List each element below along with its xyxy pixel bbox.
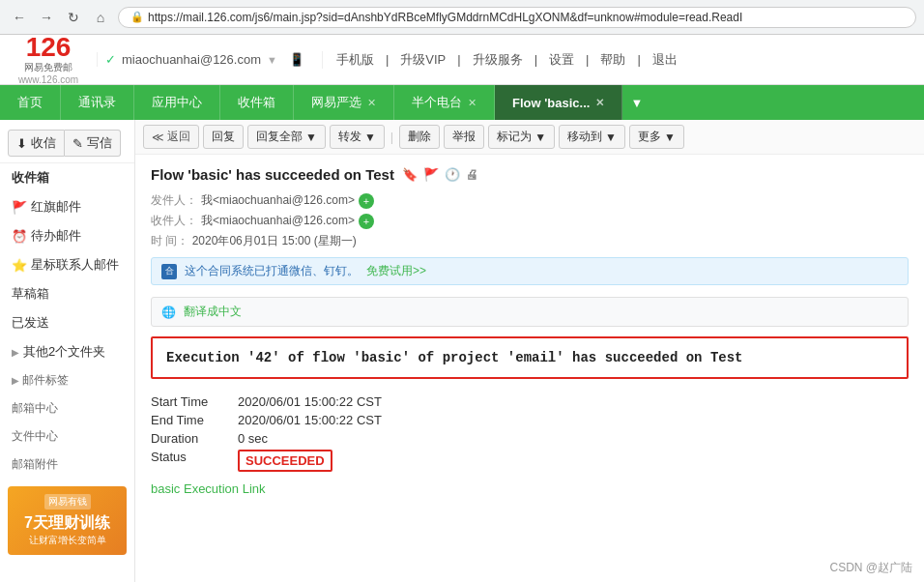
attachments-label: 邮箱附件 xyxy=(12,457,58,471)
ad-logo: 网易有钱 xyxy=(44,494,91,509)
subject-text: Flow 'basic' has succeeded on Test xyxy=(151,166,394,183)
sidebar-item-other-folders[interactable]: ▶ 其他2个文件夹 xyxy=(0,337,134,366)
mobile-link[interactable]: 手机版 xyxy=(331,51,380,69)
from-label: 发件人： xyxy=(151,192,197,209)
print-icon[interactable]: 🖨 xyxy=(466,167,478,182)
drafts-label: 草稿箱 xyxy=(12,285,49,303)
main-content: ≪ 返回 回复 回复全部 ▼ 转发 ▼ | 删除 举报 标记为 xyxy=(135,120,924,582)
status-row: Status SUCCEEDED xyxy=(151,450,909,472)
tab-contacts[interactable]: 通讯录 xyxy=(61,85,134,120)
expand-tags-icon: ▶ xyxy=(12,375,19,386)
email-to: 收件人： 我<miaochuanhai@126.com> + xyxy=(151,213,909,229)
reply-button[interactable]: 回复 xyxy=(203,125,244,149)
flag-icon: 🚩 xyxy=(12,200,27,215)
tab-inbox-label: 收件箱 xyxy=(238,94,275,111)
tab-app-center-label: 应用中心 xyxy=(152,94,202,111)
forward-button[interactable]: → xyxy=(35,6,58,29)
execution-message-box: Execution '42' of flow 'basic' of projec… xyxy=(151,336,909,379)
address-bar[interactable]: 🔒 https://mail.126.com/js6/main.jsp?sid=… xyxy=(118,7,916,28)
content-area: ⬇ 收信 ✎ 写信 收件箱 🚩 红旗邮件 ⏰ 待办邮件 ⭐ 星标联系人邮件 草稿… xyxy=(0,120,924,582)
start-time-row: Start Time 2020/06/01 15:00:22 CST xyxy=(151,394,909,409)
move-to-button[interactable]: 移动到 ▼ xyxy=(559,125,625,149)
sidebar-item-file-center[interactable]: 文件中心 xyxy=(0,422,134,451)
vip-link[interactable]: 升级VIP xyxy=(394,51,451,69)
forward-button[interactable]: 转发 ▼ xyxy=(330,125,385,149)
basic-execution-link[interactable]: basic Execution Link xyxy=(151,481,266,496)
try-free-link[interactable]: 免费试用>> xyxy=(366,263,426,279)
mark-as-button[interactable]: 标记为 ▼ xyxy=(488,125,555,149)
tab-home-label: 首页 xyxy=(17,94,43,111)
email-view: Flow 'basic' has succeeded on Test 🔖 🚩 🕐… xyxy=(135,155,924,582)
logout-link[interactable]: 退出 xyxy=(647,51,683,69)
tab-flow-basic[interactable]: Flow 'basic... ✕ xyxy=(495,85,622,120)
contract-text: 这个合同系统已打通微信、钉钉。 xyxy=(185,263,359,279)
help-link[interactable]: 帮助 xyxy=(594,51,631,69)
tab-contacts-label: 通讯录 xyxy=(78,94,116,111)
back-to-list-button[interactable]: ≪ 返回 xyxy=(143,125,199,149)
sidebar-item-attachments[interactable]: 邮箱附件 xyxy=(0,451,134,479)
tab-home[interactable]: 首页 xyxy=(0,85,61,120)
tags-label: 邮件标签 xyxy=(22,373,69,387)
home-button[interactable]: ⌂ xyxy=(89,6,112,29)
from-email: 我<miaochuanhai@126.com> xyxy=(201,192,355,209)
email-toolbar: ≪ 返回 回复 回复全部 ▼ 转发 ▼ | 删除 举报 标记为 xyxy=(135,120,924,155)
email-time: 时 间： 2020年06月01日 15:00 (星期一) xyxy=(151,233,909,249)
end-time-value: 2020/06/01 15:00:22 CST xyxy=(238,413,382,427)
logo-126: 126 xyxy=(26,34,72,61)
tab-netease-select[interactable]: 网易严选 ✕ xyxy=(294,85,394,120)
tab-app-center[interactable]: 应用中心 xyxy=(134,85,220,120)
watermark-text: CSDN @赵广陆 xyxy=(829,561,912,574)
phone-icon: 📱 xyxy=(289,52,304,67)
to-email: 我<miaochuanhai@126.com> xyxy=(201,213,355,229)
clock-icon: ⏰ xyxy=(12,229,27,244)
sidebar-item-inbox[interactable]: 收件箱 xyxy=(0,163,134,192)
duration-label: Duration xyxy=(151,431,238,446)
sidebar-item-flagged[interactable]: 🚩 红旗邮件 xyxy=(0,192,134,221)
user-info: ✓ miaochuanhai@126.com ▼ 📱 xyxy=(97,52,312,67)
upgrade-link[interactable]: 升级服务 xyxy=(467,51,529,69)
file-center-label: 文件中心 xyxy=(12,429,58,443)
sidebar-item-drafts[interactable]: 草稿箱 xyxy=(0,279,134,308)
back-button[interactable]: ← xyxy=(8,6,31,29)
back-arrow-icon: ≪ xyxy=(152,131,164,144)
sidebar-item-mailbox-center[interactable]: 邮箱中心 xyxy=(0,394,134,422)
reply-all-button[interactable]: 回复全部 ▼ xyxy=(247,125,326,149)
sidebar-item-pending[interactable]: ⏰ 待办邮件 xyxy=(0,221,134,250)
add-from-contact-button[interactable]: + xyxy=(359,193,374,209)
bookmark-icon[interactable]: 🔖 xyxy=(402,167,418,182)
delete-button[interactable]: 删除 xyxy=(399,125,440,149)
logo-domain: www.126.com xyxy=(18,74,78,85)
browser-navigation: ← → ↻ ⌂ xyxy=(8,6,112,29)
sidebar-item-sent[interactable]: 已发送 xyxy=(0,308,134,337)
translate-link[interactable]: 翻译成中文 xyxy=(184,304,242,320)
write-button[interactable]: ✎ 写信 xyxy=(65,130,121,157)
info-table: Start Time 2020/06/01 15:00:22 CST End T… xyxy=(151,394,909,472)
other-folders-label: 其他2个文件夹 xyxy=(23,343,105,361)
star-icon: ⭐ xyxy=(12,258,27,273)
email-from: 发件人： 我<miaochuanhai@126.com> + xyxy=(151,192,909,209)
contract-bar: 合 这个合同系统已打通微信、钉钉。 免费试用>> xyxy=(151,257,909,285)
report-button[interactable]: 举报 xyxy=(444,125,484,149)
ad-subtitle: 让财富增长变简单 xyxy=(15,534,119,547)
expand-folders-icon: ▶ xyxy=(12,347,19,358)
dropdown-arrow-icon[interactable]: ▼ xyxy=(267,54,277,66)
tab-inbox[interactable]: 收件箱 xyxy=(220,85,294,120)
tab-netease-select-close[interactable]: ✕ xyxy=(367,97,376,109)
translate-icon: 🌐 xyxy=(161,306,176,319)
user-email-display: miaochuanhai@126.com xyxy=(122,52,261,67)
sidebar-item-tags[interactable]: ▶ 邮件标签 xyxy=(0,366,134,394)
tab-half-radio[interactable]: 半个电台 ✕ xyxy=(394,85,495,120)
tab-half-radio-close[interactable]: ✕ xyxy=(468,97,476,109)
refresh-button[interactable]: ↻ xyxy=(62,6,85,29)
more-button[interactable]: 更多 ▼ xyxy=(629,125,684,149)
flagged-label: 红旗邮件 xyxy=(31,198,81,216)
sidebar-item-starred[interactable]: ⭐ 星标联系人邮件 xyxy=(0,250,134,279)
tabs-more-button[interactable]: ▼ xyxy=(622,85,650,120)
time-icon[interactable]: 🕐 xyxy=(445,167,460,182)
receive-button[interactable]: ⬇ 收信 xyxy=(8,130,65,157)
add-to-contact-button[interactable]: + xyxy=(359,214,374,229)
user-check-icon: ✓ xyxy=(105,52,116,67)
settings-link[interactable]: 设置 xyxy=(543,51,580,69)
tab-flow-basic-close[interactable]: ✕ xyxy=(595,97,604,109)
flag-email-icon[interactable]: 🚩 xyxy=(423,167,439,182)
